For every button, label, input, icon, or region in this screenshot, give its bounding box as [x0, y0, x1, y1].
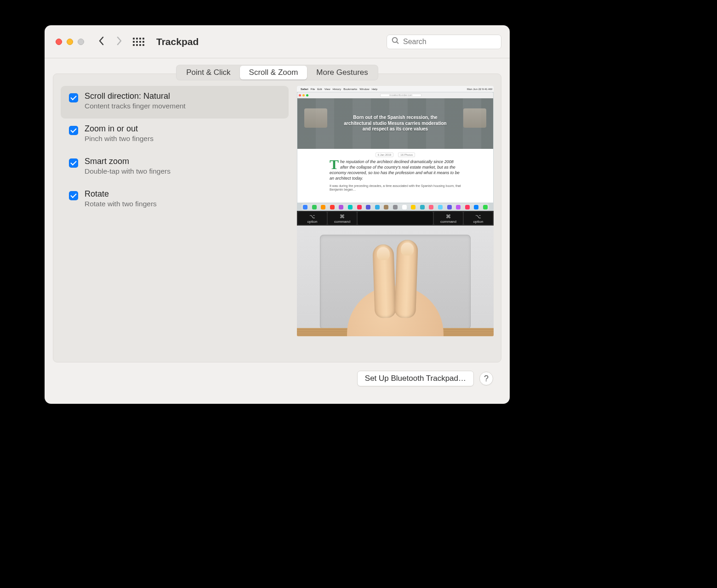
forward-button-disabled	[115, 36, 123, 48]
option-title: Scroll direction: Natural	[85, 91, 186, 101]
option-title: Rotate	[85, 189, 157, 199]
content: Point & Click Scroll & Zoom More Gesture…	[45, 58, 510, 404]
search-icon	[392, 37, 399, 46]
search-input[interactable]	[403, 38, 496, 46]
svg-line-1	[397, 42, 398, 44]
checkbox-rotate[interactable]	[69, 191, 78, 200]
tab-bar: Point & Click Scroll & Zoom More Gesture…	[176, 65, 378, 80]
pv-keyboard: ⌥option ⌘command ⌘command ⌥option	[297, 211, 494, 226]
gesture-preview: Safari File Edit View History Bookmarks …	[297, 86, 494, 336]
window-controls	[53, 39, 84, 45]
options-list: Scroll direction: Natural Content tracks…	[61, 86, 289, 216]
settings-panel: Scroll direction: Natural Content tracks…	[53, 74, 501, 362]
pv-dock	[302, 204, 489, 211]
help-button[interactable]: ?	[479, 372, 493, 385]
option-title: Zoom in or out	[85, 124, 154, 134]
panel-title: Trackpad	[156, 36, 199, 47]
option-smart-zoom[interactable]: Smart zoom Double-tap with two fingers	[61, 151, 289, 184]
option-subtitle: Double-tap with two fingers	[85, 167, 171, 175]
option-rotate[interactable]: Rotate Rotate with two fingers	[61, 184, 289, 216]
pv-safari-window: museleonfoundev.com Born out of the Span…	[297, 92, 493, 203]
option-subtitle: Rotate with two fingers	[85, 200, 157, 208]
search-field[interactable]	[387, 34, 501, 49]
tab-scroll-zoom[interactable]: Scroll & Zoom	[240, 66, 307, 79]
system-prefs-window: Trackpad Point & Click Scroll & Zoom Mor…	[45, 25, 510, 404]
hand-graphic	[333, 226, 457, 336]
toolbar: Trackpad	[45, 25, 510, 58]
option-scroll-direction[interactable]: Scroll direction: Natural Content tracks…	[61, 86, 289, 119]
tab-more-gestures[interactable]: More Gestures	[307, 66, 377, 79]
option-subtitle: Content tracks finger movement	[85, 102, 186, 110]
option-title: Smart zoom	[85, 157, 171, 166]
pv-menubar: Safari File Edit View History Bookmarks …	[297, 86, 494, 92]
tab-point-click[interactable]: Point & Click	[177, 66, 239, 79]
zoom-window-disabled	[78, 39, 84, 45]
option-zoom[interactable]: Zoom in or out Pinch with two fingers	[61, 119, 289, 151]
nav-buttons	[98, 36, 123, 48]
setup-bluetooth-trackpad-button[interactable]: Set Up Bluetooth Trackpad…	[357, 371, 474, 386]
show-all-icon[interactable]	[133, 38, 144, 46]
svg-point-0	[393, 38, 398, 43]
option-subtitle: Pinch with two fingers	[85, 135, 154, 143]
close-window[interactable]	[56, 39, 62, 45]
checkbox-smart-zoom[interactable]	[69, 158, 78, 168]
checkbox-scroll-direction[interactable]	[69, 93, 78, 102]
checkbox-zoom[interactable]	[69, 126, 78, 135]
minimize-window[interactable]	[67, 39, 73, 45]
footer: Set Up Bluetooth Trackpad… ?	[53, 362, 501, 396]
pv-trackpad	[297, 226, 494, 336]
back-button[interactable]	[98, 36, 105, 48]
